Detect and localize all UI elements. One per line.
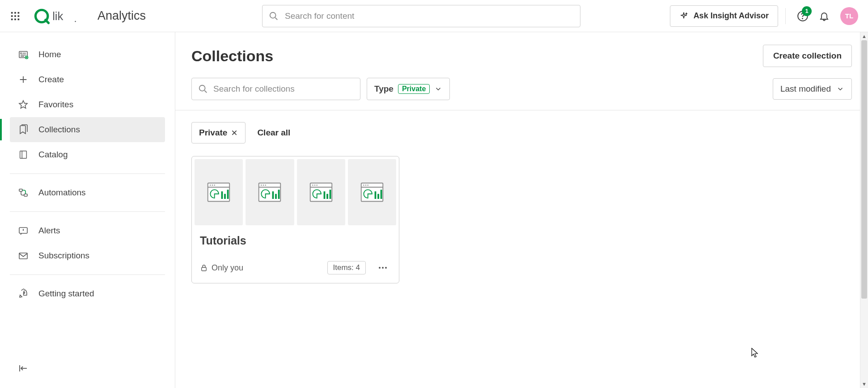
- clear-all-button[interactable]: Clear all: [257, 128, 290, 138]
- main-content: Collections Create collection Type Priva…: [175, 32, 868, 388]
- sidebar-item-getting-started[interactable]: Getting started: [10, 281, 165, 306]
- sidebar-item-alerts[interactable]: Alerts: [10, 218, 165, 243]
- automations-icon: [18, 187, 29, 198]
- search-icon: [269, 11, 279, 21]
- sparkle-icon: [679, 12, 688, 21]
- chip-label: Private: [199, 128, 227, 138]
- svg-point-11: [75, 21, 76, 22]
- collapse-sidebar-button[interactable]: [13, 358, 33, 378]
- close-icon[interactable]: [231, 129, 238, 136]
- sidebar-item-catalog[interactable]: Catalog: [10, 142, 165, 167]
- svg-point-29: [214, 185, 215, 186]
- svg-rect-20: [24, 194, 27, 196]
- svg-rect-32: [227, 190, 229, 199]
- sidebar-label: Subscriptions: [38, 251, 89, 261]
- card-footer: Only you Items: 4: [200, 260, 391, 276]
- user-avatar[interactable]: TL: [840, 7, 858, 25]
- grid-icon: [10, 11, 20, 21]
- svg-rect-39: [278, 190, 280, 199]
- top-bar: lik Analytics Ask Insight Advisor 1 TL: [0, 0, 868, 32]
- scroll-up-icon[interactable]: ▲: [860, 32, 868, 40]
- scroll-thumb[interactable]: [861, 40, 867, 299]
- bookmark-icon: [18, 124, 29, 135]
- collections-search-input[interactable]: [213, 84, 354, 94]
- type-filter[interactable]: Type Private: [367, 78, 450, 100]
- sidebar-label: Collections: [38, 125, 80, 135]
- scrollbar[interactable]: ▲ ▼: [860, 32, 868, 388]
- svg-point-14: [802, 18, 803, 18]
- qlik-logo-icon: lik: [34, 7, 88, 25]
- app-launcher-button[interactable]: [8, 9, 22, 23]
- svg-rect-1: [14, 12, 16, 13]
- page-title: Collections: [191, 47, 273, 65]
- ask-insight-label: Ask Insight Advisor: [694, 11, 769, 21]
- notifications-button[interactable]: [814, 6, 834, 26]
- app-shell: Home Create Favorites Collections Catalo…: [0, 32, 868, 388]
- svg-point-28: [212, 185, 213, 186]
- items-count-badge: Items: 4: [327, 261, 366, 274]
- svg-rect-0: [11, 12, 13, 13]
- chevron-down-icon: [434, 85, 442, 93]
- svg-point-43: [316, 185, 317, 186]
- sidebar-item-automations[interactable]: Automations: [10, 180, 165, 205]
- svg-rect-5: [18, 15, 20, 17]
- qlik-logo[interactable]: lik: [34, 7, 88, 25]
- collections-search[interactable]: [191, 78, 360, 100]
- filter-chip-private[interactable]: Private: [191, 122, 246, 143]
- thumbnail: [195, 159, 243, 225]
- help-button[interactable]: 1: [793, 6, 813, 26]
- collection-card[interactable]: Tutorials Only you Items: 4: [191, 156, 399, 283]
- sidebar-item-home[interactable]: Home: [10, 42, 165, 67]
- svg-point-56: [382, 267, 384, 269]
- lock-icon: [200, 264, 208, 272]
- card-body: Tutorials Only you Items: 4: [192, 228, 399, 283]
- svg-point-22: [23, 230, 24, 231]
- app-thumb-icon: [359, 180, 385, 205]
- svg-rect-3: [11, 15, 13, 17]
- svg-point-27: [210, 185, 211, 186]
- page-header: Collections Create collection: [175, 32, 868, 67]
- visibility-label: Only you: [200, 263, 243, 273]
- more-horizontal-icon: [377, 262, 388, 273]
- svg-rect-51: [374, 191, 376, 199]
- sidebar-item-create[interactable]: Create: [10, 67, 165, 92]
- create-collection-button[interactable]: Create collection: [763, 45, 852, 67]
- svg-point-35: [263, 185, 264, 186]
- global-search-input[interactable]: [285, 11, 574, 21]
- svg-point-57: [385, 267, 387, 269]
- alerts-icon: [18, 225, 29, 236]
- svg-rect-7: [14, 18, 16, 20]
- svg-rect-52: [377, 194, 379, 199]
- sidebar-item-favorites[interactable]: Favorites: [10, 92, 165, 117]
- sidebar-item-subscriptions[interactable]: Subscriptions: [10, 243, 165, 268]
- star-icon: [18, 99, 29, 110]
- svg-text:lik: lik: [52, 10, 63, 22]
- sort-button[interactable]: Last modified: [773, 78, 852, 100]
- sidebar: Home Create Favorites Collections Catalo…: [0, 32, 175, 388]
- svg-point-16: [21, 53, 21, 54]
- svg-point-25: [199, 85, 205, 91]
- svg-point-55: [379, 267, 381, 269]
- search-icon: [198, 84, 208, 94]
- svg-point-34: [261, 185, 262, 186]
- svg-rect-8: [18, 18, 20, 20]
- content-area: Private Clear all: [175, 110, 868, 388]
- svg-rect-23: [19, 253, 27, 259]
- app-thumb-icon: [205, 180, 232, 205]
- svg-rect-45: [326, 194, 328, 199]
- sidebar-label: Create: [38, 75, 64, 84]
- divider: [10, 173, 165, 174]
- ask-insight-advisor-button[interactable]: Ask Insight Advisor: [670, 5, 778, 27]
- thumbnail: [246, 159, 294, 225]
- card-more-button[interactable]: [375, 260, 391, 276]
- global-search[interactable]: [262, 5, 580, 27]
- home-icon: [18, 49, 29, 60]
- sidebar-item-collections[interactable]: Collections: [10, 117, 165, 142]
- scroll-track[interactable]: [860, 40, 868, 380]
- scroll-down-icon[interactable]: ▼: [860, 380, 868, 388]
- svg-point-42: [314, 185, 315, 186]
- divider: [785, 8, 786, 24]
- sidebar-label: Home: [38, 50, 61, 59]
- topbar-actions: Ask Insight Advisor 1 TL: [670, 5, 858, 27]
- svg-rect-54: [202, 267, 207, 271]
